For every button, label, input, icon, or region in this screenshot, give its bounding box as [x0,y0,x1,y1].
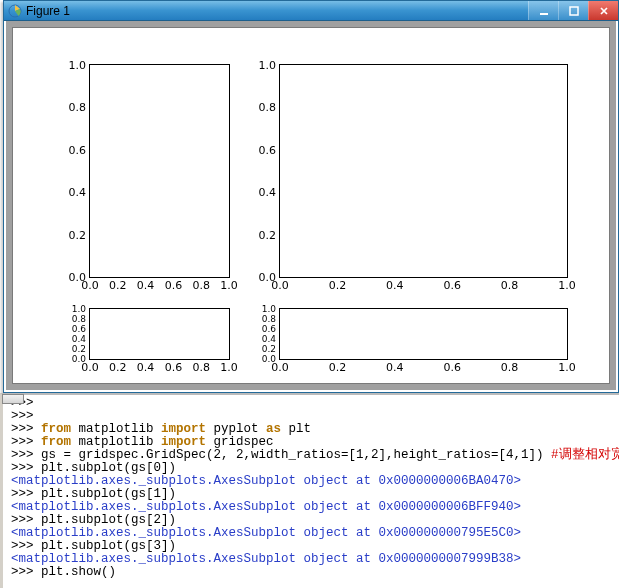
window-controls [528,1,618,20]
xtick: 0.0 [81,362,99,373]
ytick: 0.6 [262,325,276,334]
ytick: 0.4 [262,335,276,344]
keyword-token: from [41,422,71,436]
xtick: 0.4 [137,280,155,291]
xtick: 0.4 [386,362,404,373]
xtick: 0.2 [329,280,347,291]
close-button[interactable] [588,1,618,20]
prompt: >>> [11,513,41,527]
code-token: plt.subplot(gs[3]) [41,539,176,553]
console-line: >>> [11,397,615,410]
xtick: 0.2 [109,362,127,373]
ytick: 0.2 [262,345,276,354]
ytick: 0.8 [69,102,87,113]
ytick: 0.4 [72,335,86,344]
xtick: 0.4 [137,362,155,373]
repl-output: <matplotlib.axes._subplots.AxesSubplot o… [11,474,521,488]
svg-rect-1 [540,13,548,15]
ytick: 0.6 [69,144,87,155]
minimize-button[interactable] [528,1,558,20]
xtick: 0.8 [192,280,210,291]
ytick: 0.6 [259,144,277,155]
app-icon [8,4,22,18]
repl-output: <matplotlib.axes._subplots.AxesSubplot o… [11,526,521,540]
keyword-token: from [41,435,71,449]
ytick: 0.8 [262,315,276,324]
prompt: >>> [11,448,41,462]
xtick: 0.8 [501,362,519,373]
ytick: 0.8 [259,102,277,113]
window-title: Figure 1 [26,4,70,18]
repl-output: <matplotlib.axes._subplots.AxesSubplot o… [11,552,521,566]
ytick: 0.8 [72,315,86,324]
xtick: 0.0 [271,362,289,373]
xtick: 0.6 [165,362,183,373]
code-token: matplotlib [71,435,161,449]
xtick: 0.4 [386,280,404,291]
axes-3[interactable]: 0.0 0.2 0.4 0.6 0.8 1.0 0.0 0.2 0.4 0.6 … [279,308,568,360]
xtick: 1.0 [558,362,576,373]
code-token: plt.subplot(gs[0]) [41,461,176,475]
xtick: 0.6 [165,280,183,291]
python-console[interactable]: >>>>>>>>> from matplotlib import pyplot … [3,395,619,579]
code-token: plt [281,422,311,436]
prompt: >>> [11,487,41,501]
xtick: 0.2 [109,280,127,291]
console-panel: >>>>>>>>> from matplotlib import pyplot … [0,393,619,588]
ytick: 0.2 [259,229,277,240]
code-token: gs = gridspec.GridSpec(2, 2,width_ratios… [41,448,551,462]
maximize-button[interactable] [558,1,588,20]
prompt: >>> [11,435,41,449]
xtick: 0.8 [501,280,519,291]
xtick: 1.0 [220,362,238,373]
xtick: 0.2 [329,362,347,373]
xtick: 1.0 [558,280,576,291]
ytick: 0.2 [72,345,86,354]
prompt: >>> [11,539,41,553]
code-token: plt.show() [41,565,116,579]
code-token: pyplot [206,422,266,436]
xtick: 0.6 [443,280,461,291]
ytick: 0.4 [259,187,277,198]
code-token: gridspec [206,435,274,449]
prompt: >>> [11,409,34,423]
axes-1[interactable]: 0.0 0.2 0.4 0.6 0.8 1.0 0.0 0.2 0.4 0.6 … [279,64,568,278]
ytick: 1.0 [259,60,277,71]
ytick: 0.2 [69,229,87,240]
comment-token: #调整相对宽高 [551,448,619,462]
xtick: 1.0 [220,280,238,291]
prompt: >>> [11,422,41,436]
keyword-token: import [161,422,206,436]
ytick: 1.0 [72,305,86,314]
code-token: plt.subplot(gs[1]) [41,487,176,501]
prompt: >>> [11,565,41,579]
xtick: 0.0 [81,280,99,291]
keyword-token: import [161,435,206,449]
ytick: 0.6 [72,325,86,334]
code-token: plt.subplot(gs[2]) [41,513,176,527]
xtick: 0.8 [192,362,210,373]
ytick: 1.0 [69,60,87,71]
axes-2[interactable]: 0.0 0.2 0.4 0.6 0.8 1.0 0.0 0.2 0.4 0.6 … [89,308,230,360]
repl-output: <matplotlib.axes._subplots.AxesSubplot o… [11,500,521,514]
keyword-token: as [266,422,281,436]
figure-canvas[interactable]: 0.0 0.2 0.4 0.6 0.8 1.0 0.0 0.2 0.4 0.6 … [12,27,610,384]
titlebar[interactable]: Figure 1 [4,1,618,21]
figure-body: 0.0 0.2 0.4 0.6 0.8 1.0 0.0 0.2 0.4 0.6 … [6,21,616,390]
ytick: 1.0 [262,305,276,314]
xtick: 0.0 [271,280,289,291]
code-token: matplotlib [71,422,161,436]
axes-0[interactable]: 0.0 0.2 0.4 0.6 0.8 1.0 0.0 0.2 0.4 0.6 … [89,64,230,278]
prompt: >>> [11,461,41,475]
figure-window: Figure 1 0.0 0.2 0.4 0.6 0.8 1.0 0.0 [3,0,619,393]
ytick: 0.4 [69,187,87,198]
svg-rect-2 [570,7,578,15]
console-line: >>> plt.show() [11,566,615,579]
scroll-thumb-icon[interactable] [2,394,24,404]
xtick: 0.6 [443,362,461,373]
